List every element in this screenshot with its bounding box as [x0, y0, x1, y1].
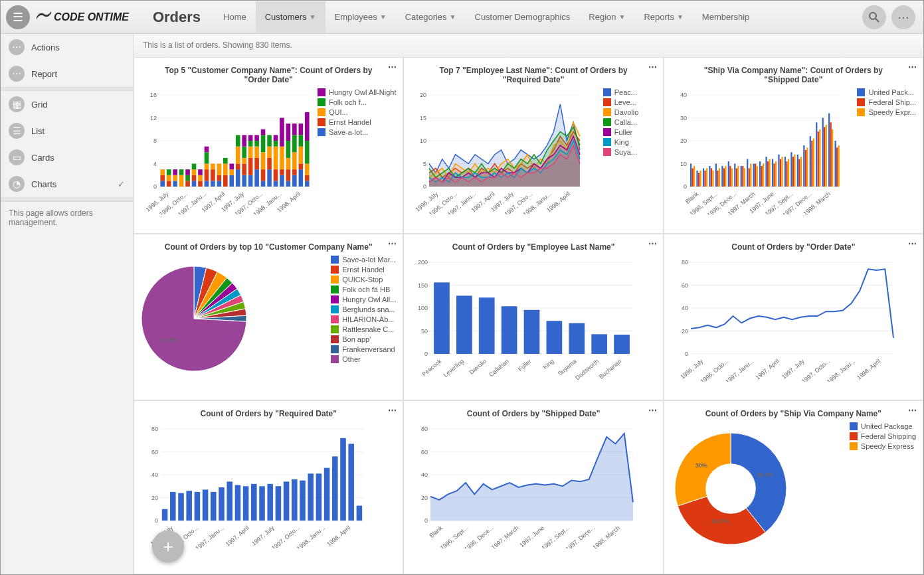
- chart-plot[interactable]: 74.3%: [141, 256, 327, 384]
- legend-item[interactable]: Rattlesnake C...: [331, 325, 396, 333]
- legend-item[interactable]: Berglunds sna...: [331, 305, 396, 313]
- svg-rect-238: [819, 129, 820, 187]
- legend-item[interactable]: Bon app': [331, 335, 396, 343]
- chart-menu-button[interactable]: ⋯: [648, 405, 658, 415]
- svg-rect-237: [817, 131, 818, 187]
- legend-item[interactable]: Speedy Express: [850, 442, 916, 450]
- chart-menu-button[interactable]: ⋯: [388, 238, 397, 248]
- chart-legend: Peac...Leve...DavolioCalla...FullerKingS…: [603, 88, 656, 216]
- legend-item[interactable]: United Package: [850, 422, 916, 430]
- legend-item[interactable]: Frankenversand: [331, 345, 396, 353]
- legend-item[interactable]: Folk och f...: [318, 98, 396, 106]
- nav-customer-demographics[interactable]: Customer Demographics: [466, 1, 580, 33]
- svg-rect-99: [254, 135, 259, 141]
- legend-item[interactable]: Fuller: [603, 128, 656, 136]
- menu-button[interactable]: ☰: [6, 5, 30, 29]
- more-button[interactable]: ⋯: [891, 5, 915, 29]
- svg-rect-317: [195, 492, 201, 521]
- chart-menu-button[interactable]: ⋯: [908, 62, 917, 72]
- search-button[interactable]: [862, 5, 886, 29]
- legend-item[interactable]: HILARION-Ab...: [331, 315, 396, 323]
- svg-rect-244: [832, 129, 833, 187]
- svg-rect-319: [211, 492, 217, 521]
- svg-rect-110: [274, 181, 278, 187]
- svg-rect-111: [274, 169, 278, 181]
- chart-plot[interactable]: 050100150200PeacockLeverlingDavolioCalla…: [411, 256, 656, 384]
- svg-rect-336: [348, 444, 354, 521]
- legend-item[interactable]: Peac...: [603, 88, 656, 96]
- sidebar-view-cards[interactable]: ▭Cards: [1, 144, 133, 171]
- sidebar-view-list[interactable]: ☰List: [1, 118, 133, 144]
- legend-item[interactable]: United Pack...: [857, 88, 916, 96]
- legend-item[interactable]: King: [603, 138, 656, 146]
- svg-text:39.3%: 39.3%: [757, 471, 774, 478]
- chart-plot[interactable]: 020406080Blank1996, Sept...1996, Dece...…: [411, 422, 656, 550]
- chart-plot[interactable]: 39.3%30.7%30%: [671, 422, 846, 557]
- svg-rect-321: [227, 482, 232, 521]
- nav-membership[interactable]: Membership: [693, 1, 759, 33]
- legend-item[interactable]: Hungry Owl All...: [331, 295, 396, 303]
- svg-rect-130: [299, 169, 304, 187]
- chart-plot[interactable]: 04812161996, July1996, Octo...1997, Janu…: [141, 88, 314, 216]
- svg-rect-325: [259, 487, 265, 521]
- nav-region[interactable]: Region▼: [579, 1, 634, 33]
- svg-rect-316: [186, 491, 192, 521]
- legend-swatch: [857, 98, 865, 106]
- legend-item[interactable]: Save-a-lot Mar...: [331, 256, 396, 264]
- nav-reports[interactable]: Reports▼: [634, 1, 692, 33]
- svg-rect-204: [748, 168, 749, 187]
- legend-item[interactable]: QUICK-Stop: [331, 276, 396, 284]
- svg-rect-272: [524, 309, 540, 353]
- chart-card: ⋯Count of Orders by "Employee Last Name"…: [403, 234, 663, 401]
- sidebar-view-grid[interactable]: ▦Grid: [1, 91, 133, 118]
- legend-item[interactable]: Save-a-lot...: [318, 128, 396, 136]
- sidebar-view-charts[interactable]: ◔Charts✓: [1, 171, 133, 197]
- legend-item[interactable]: Leve...: [603, 98, 656, 106]
- chart-menu-button[interactable]: ⋯: [908, 238, 917, 248]
- svg-rect-98: [254, 141, 259, 147]
- sidebar-report[interactable]: ⋯ Report: [1, 60, 133, 87]
- legend-item[interactable]: Suya...: [603, 148, 656, 156]
- svg-rect-51: [198, 181, 203, 187]
- legend-item[interactable]: Folk och fä HB: [331, 286, 396, 293]
- chart-plot[interactable]: 010203040Blank1996, Sept...1996, Dece...…: [671, 88, 854, 216]
- legend-swatch: [331, 325, 339, 333]
- svg-text:1997, March: 1997, March: [490, 525, 520, 548]
- svg-rect-21: [160, 175, 165, 181]
- legend-item[interactable]: Speedy Expr...: [857, 108, 916, 116]
- svg-rect-55: [205, 181, 209, 187]
- chart-menu-button[interactable]: ⋯: [908, 405, 917, 415]
- legend-item[interactable]: Ernst Handel: [331, 266, 396, 274]
- svg-text:1997, Janu...: 1997, Janu...: [194, 525, 225, 548]
- legend-item[interactable]: Ernst Handel: [318, 118, 396, 126]
- add-fab[interactable]: +: [152, 531, 184, 562]
- svg-rect-58: [205, 152, 209, 163]
- chart-menu-button[interactable]: ⋯: [388, 405, 397, 415]
- svg-rect-236: [816, 122, 817, 187]
- svg-text:1996, July: 1996, July: [679, 357, 704, 380]
- legend-item[interactable]: Hungry Owl All-Night: [318, 88, 396, 96]
- chart-plot[interactable]: 0204060801996, July1996, Octo...1997, Ja…: [671, 256, 916, 384]
- chart-menu-button[interactable]: ⋯: [648, 238, 658, 248]
- svg-rect-220: [781, 157, 783, 187]
- svg-rect-230: [803, 145, 804, 187]
- legend-item[interactable]: QUI...: [318, 108, 396, 116]
- svg-rect-207: [755, 164, 756, 187]
- sidebar-actions[interactable]: ⋯ Actions: [1, 34, 133, 60]
- legend-item[interactable]: Other: [331, 355, 396, 363]
- chart-menu-button[interactable]: ⋯: [648, 62, 658, 72]
- svg-rect-75: [229, 175, 234, 187]
- chart-menu-button[interactable]: ⋯: [388, 62, 397, 72]
- chart-title: Count of Orders by "Required Date": [141, 409, 396, 418]
- svg-rect-192: [723, 168, 724, 187]
- chart-plot[interactable]: 0204060801996, July1996, Octo...1997, Ja…: [141, 422, 396, 550]
- nav-customers[interactable]: Customers▼: [256, 1, 325, 33]
- chart-plot[interactable]: 051015201996, July1996, Octo...1997, Jan…: [411, 88, 599, 216]
- legend-item[interactable]: Federal Ship...: [857, 98, 916, 106]
- nav-employees[interactable]: Employees▼: [325, 1, 396, 33]
- legend-item[interactable]: Calla...: [603, 118, 656, 126]
- nav-categories[interactable]: Categories▼: [396, 1, 466, 33]
- legend-item[interactable]: Davolio: [603, 108, 656, 116]
- legend-item[interactable]: Federal Shipping: [850, 432, 916, 440]
- nav-home[interactable]: Home: [214, 1, 256, 33]
